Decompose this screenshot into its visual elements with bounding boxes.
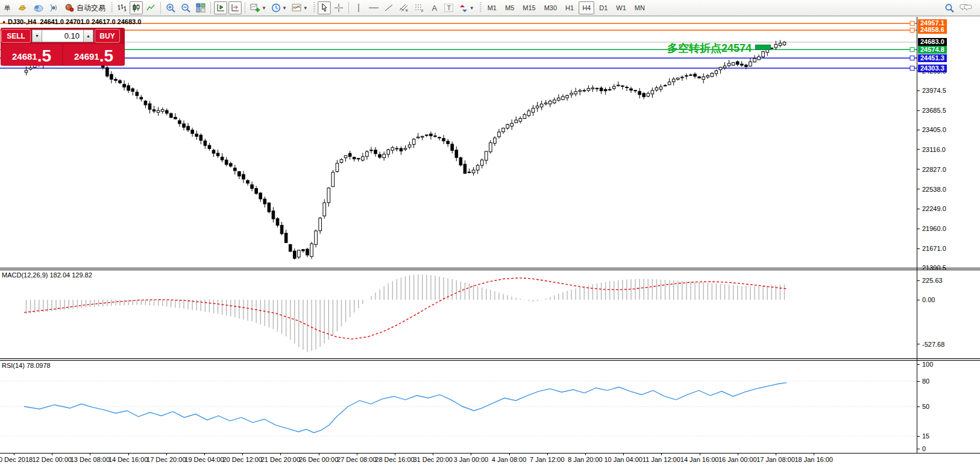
candle-body [383, 154, 386, 158]
community-button[interactable] [31, 1, 45, 14]
text-label-button[interactable]: T [442, 1, 456, 14]
candle-body [276, 218, 279, 225]
candle-body [331, 172, 335, 187]
search-button[interactable] [943, 1, 956, 14]
candle-body [647, 93, 650, 96]
volume-input[interactable] [42, 30, 83, 42]
timeframe-M15[interactable]: M15 [519, 1, 539, 14]
chat-button[interactable] [958, 1, 975, 14]
zoom-in-button[interactable] [164, 1, 178, 14]
group-handle[interactable] [480, 2, 482, 13]
candle-body [357, 159, 360, 159]
candlestick-chart-button[interactable] [130, 1, 143, 14]
timeframe-M1[interactable]: M1 [484, 1, 500, 14]
timeframe-M30[interactable]: M30 [541, 1, 561, 14]
price-line-label: 24683.0 [918, 38, 947, 46]
scale-tick [917, 449, 920, 449]
time-axis-tick [738, 453, 738, 455]
candle-body [229, 163, 232, 166]
time-axis-label: 26 Dec 00:00 [299, 456, 338, 463]
candle-body [302, 250, 305, 251]
candle-body [387, 150, 390, 154]
candle-body [404, 148, 407, 150]
time-axis-tick [280, 453, 281, 455]
group-handle[interactable] [111, 2, 113, 13]
candle-body [468, 172, 471, 172]
fibonacci-button[interactable]: F [412, 1, 427, 14]
main-chart-pane[interactable] [0, 17, 917, 268]
templates-button[interactable]: ▼ [290, 1, 310, 14]
volume-down-button[interactable]: ▼ [32, 30, 42, 42]
indicators-button[interactable]: ▼ [248, 1, 268, 14]
text-button[interactable]: A [428, 1, 441, 14]
chart-shift-button[interactable] [228, 1, 242, 14]
vertical-line-button[interactable] [352, 1, 365, 14]
arrows-button[interactable]: ▼ [457, 1, 476, 14]
macd-label: MACD(12,26,9) 182.04 129.82 [2, 271, 92, 279]
chart-shift-icon [230, 3, 240, 13]
time-axis-label: 18 Jan 16:00 [794, 456, 833, 463]
autotrade-icon [64, 3, 75, 13]
candle-body [715, 71, 718, 74]
time-axis-tick [204, 453, 205, 455]
timeframe-H1[interactable]: H1 [562, 1, 577, 14]
candle-body [676, 78, 679, 79]
macd-pane[interactable] [0, 270, 917, 358]
dropdown-arrow-icon: ▼ [470, 5, 474, 11]
autotrade-button[interactable]: 自动交易 [62, 1, 107, 14]
timeframe-D1[interactable]: D1 [595, 1, 611, 14]
candle-body [344, 156, 347, 158]
timeframe-W1[interactable]: W1 [612, 1, 630, 14]
candle-body [651, 90, 654, 94]
sell-button[interactable]: SELL [1, 29, 31, 43]
bar-chart-button[interactable] [115, 1, 128, 14]
sell-price[interactable]: 24681.5 [1, 44, 62, 65]
tile-windows-button[interactable] [194, 1, 207, 14]
cursor-button[interactable] [318, 1, 331, 14]
candle-body [574, 92, 577, 94]
auto-scroll-button[interactable] [214, 1, 227, 14]
candle-body [681, 77, 684, 78]
buy-price[interactable]: 24691.5 [63, 44, 124, 65]
candle-body [579, 90, 582, 92]
line-chart-button[interactable] [144, 1, 157, 14]
new-order-button[interactable]: 单 [1, 1, 14, 14]
candle-body [498, 132, 501, 137]
group-handle[interactable] [313, 2, 315, 13]
candle-body [604, 89, 607, 90]
gold-bars-button[interactable] [15, 1, 30, 14]
candlestick-chart-icon [131, 3, 141, 13]
candle-body [502, 128, 505, 131]
symbol-period-label: DJ30-,H4 [8, 18, 36, 25]
time-axis[interactable]: 10 Dec 201812 Dec 00:0013 Dec 08:0014 De… [0, 454, 917, 468]
candle-body [544, 103, 547, 104]
annotation-rectangle [755, 45, 771, 50]
timeframe-H4[interactable]: H4 [579, 1, 594, 14]
candle-body [238, 172, 241, 176]
pane-separator[interactable] [0, 268, 980, 270]
trendline-button[interactable] [382, 1, 395, 14]
candle-body [310, 244, 313, 256]
candle-body [732, 63, 735, 65]
crosshair-button[interactable] [332, 1, 345, 14]
dropdown-arrow-icon: ▼ [303, 5, 308, 11]
horizontal-line-button[interactable] [366, 1, 381, 14]
price-scale[interactable]: 24263.523974.523685.523405.023116.022827… [917, 0, 980, 468]
equidistant-channel-button[interactable]: E [397, 1, 411, 14]
signals-button[interactable] [46, 1, 61, 14]
chart-title: ▲DJ30-,H4 24641.0 24701.0 24617.0 24683.… [2, 18, 141, 25]
candle-body [583, 90, 586, 91]
svg-text:E: E [406, 8, 408, 12]
pane-separator[interactable] [0, 358, 980, 361]
timeframe-MN[interactable]: MN [631, 1, 649, 14]
candle-body [642, 93, 645, 97]
candle-body [527, 111, 530, 116]
candle-body [532, 108, 535, 112]
zoom-out-button[interactable] [179, 1, 193, 14]
buy-button[interactable]: BUY [95, 29, 120, 43]
periods-button[interactable]: ▼ [269, 1, 289, 14]
rsi-pane[interactable] [0, 361, 917, 453]
timeframe-M5[interactable]: M5 [501, 1, 518, 14]
scale-tick [917, 406, 920, 407]
volume-up-button[interactable]: ▲ [83, 30, 93, 42]
